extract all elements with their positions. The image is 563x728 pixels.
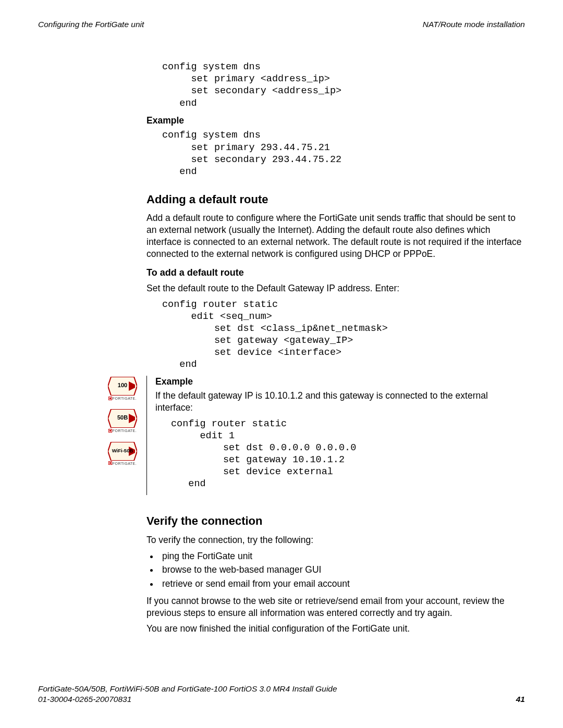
example-content: Example If the default gateway IP is 10.… bbox=[155, 376, 524, 495]
main-content: config system dns set primary <address_i… bbox=[146, 61, 524, 635]
code-route-template: config router static edit <seq_num> set … bbox=[146, 299, 524, 371]
example-label-1: Example bbox=[146, 115, 524, 127]
device-brand: FORTIGATE. bbox=[104, 461, 141, 466]
device-shape-icon: 100 bbox=[108, 377, 137, 396]
example-para: If the default gateway IP is 10.10.1.2 a… bbox=[155, 390, 524, 414]
header-left: Configuring the FortiGate unit bbox=[38, 19, 144, 30]
page: Configuring the FortiGate unit NAT/Route… bbox=[0, 0, 563, 728]
brand-square-icon bbox=[108, 397, 112, 400]
running-header: Configuring the FortiGate unit NAT/Route… bbox=[38, 19, 525, 30]
para-add-route: Set the default route to the Default Gat… bbox=[146, 282, 524, 294]
para-verify-fail: If you cannot browse to the web site or … bbox=[146, 595, 524, 619]
para-default-route: Add a default route to configure where t… bbox=[146, 212, 524, 260]
example-label-2: Example bbox=[155, 376, 524, 388]
device-shape-icon: 50B bbox=[108, 409, 137, 428]
device-label: 50B bbox=[108, 414, 137, 421]
verify-bullet-list: ping the FortiGate unit browse to the we… bbox=[146, 550, 524, 590]
example-block: 100 FORTIGATE. 50B FORTIGA bbox=[146, 376, 524, 495]
device-icon: 100 FORTIGATE. bbox=[104, 377, 141, 401]
list-item: retrieve or send email from your email a… bbox=[159, 578, 524, 590]
header-right: NAT/Route mode installation bbox=[423, 19, 525, 30]
brand-square-icon bbox=[108, 461, 112, 465]
code-dns-template: config system dns set primary <address_i… bbox=[146, 61, 524, 109]
device-brand: FORTIGATE. bbox=[104, 396, 141, 401]
device-brand: FORTIGATE. bbox=[104, 428, 141, 433]
page-footer: FortiGate-50A/50B, FortiWiFi-50B and For… bbox=[38, 684, 525, 705]
device-label: WiFi-50B bbox=[108, 448, 137, 454]
para-verify-done: You are now finished the initial configu… bbox=[146, 623, 524, 635]
code-route-example: config router static edit 1 set dst 0.0.… bbox=[155, 418, 524, 490]
vertical-separator bbox=[146, 376, 147, 495]
device-shape-icon: WiFi-50B bbox=[108, 442, 137, 461]
footer-left: FortiGate-50A/50B, FortiWiFi-50B and For… bbox=[38, 684, 337, 705]
code-dns-example: config system dns set primary 293.44.75.… bbox=[146, 129, 524, 178]
brand-square-icon bbox=[108, 429, 112, 433]
list-item: browse to the web-based manager GUI bbox=[159, 564, 524, 576]
device-label: 100 bbox=[108, 381, 137, 389]
heading-default-route: Adding a default route bbox=[146, 192, 524, 207]
device-icon: WiFi-50B FORTIGATE. bbox=[104, 442, 141, 466]
list-item: ping the FortiGate unit bbox=[159, 550, 524, 562]
device-icon: 50B FORTIGATE. bbox=[104, 409, 141, 433]
subheading-add-route: To add a default route bbox=[146, 267, 524, 279]
device-icon-column: 100 FORTIGATE. 50B FORTIGA bbox=[104, 376, 142, 495]
device-icon-stack: 100 FORTIGATE. 50B FORTIGA bbox=[104, 376, 142, 465]
page-number: 41 bbox=[516, 694, 525, 705]
footer-guide-title: FortiGate-50A/50B, FortiWiFi-50B and For… bbox=[38, 684, 337, 694]
heading-verify: Verify the connection bbox=[146, 514, 524, 529]
footer-doc-id: 01-30004-0265-20070831 bbox=[38, 694, 337, 705]
para-verify-intro: To verify the connection, try the follow… bbox=[146, 534, 524, 546]
